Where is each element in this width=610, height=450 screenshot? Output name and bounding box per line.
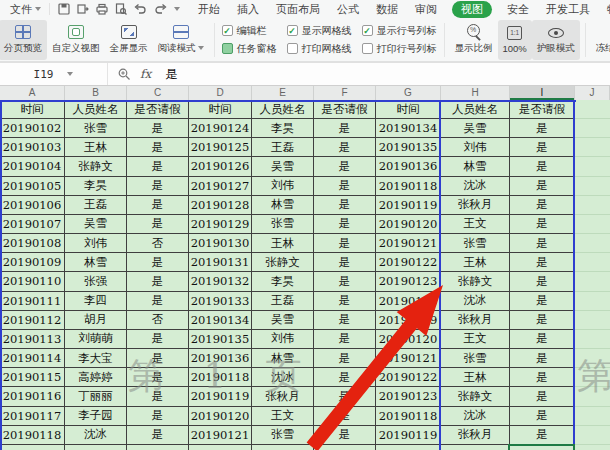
cell[interactable]: 时间 <box>376 100 441 119</box>
cell[interactable]: 是 <box>510 272 575 291</box>
cell[interactable]: 王林 <box>441 253 510 272</box>
cell[interactable]: 吴雪 <box>441 119 510 138</box>
undo-icon[interactable] <box>134 4 147 15</box>
cell[interactable]: 李四 <box>65 292 127 311</box>
cell[interactable] <box>575 445 610 450</box>
cell[interactable]: 20190102 <box>0 119 65 138</box>
cell[interactable]: 20190105 <box>0 177 65 196</box>
cell[interactable]: 20190122 <box>376 253 441 272</box>
cell[interactable]: 是 <box>127 138 189 157</box>
cell[interactable]: 20190123 <box>376 272 441 291</box>
cell[interactable]: 20190118 <box>0 426 65 445</box>
cell[interactable]: 20190121 <box>376 349 441 368</box>
cell[interactable]: 是 <box>314 407 376 426</box>
cell[interactable]: 20190126 <box>189 157 252 176</box>
cell[interactable]: 是 <box>127 426 189 445</box>
cell[interactable]: 王磊 <box>252 138 314 157</box>
checkbox-icon[interactable] <box>222 25 233 36</box>
cell[interactable]: 沈冰 <box>252 368 314 387</box>
cell[interactable]: 是 <box>314 119 376 138</box>
cell[interactable]: 是 <box>314 272 376 291</box>
cell[interactable]: 张秋月 <box>441 311 510 330</box>
cell[interactable]: 20190116 <box>0 387 65 406</box>
cell[interactable]: 是 <box>510 138 575 157</box>
column-header-F[interactable]: F <box>314 86 376 100</box>
自定义视图-button[interactable]: 自定义视图 <box>47 20 105 60</box>
cell[interactable]: 张秋月 <box>252 387 314 406</box>
cell[interactable]: 20190134 <box>376 119 441 138</box>
cell[interactable]: 林雪 <box>252 196 314 215</box>
cell[interactable] <box>575 349 610 368</box>
cell[interactable]: 张强 <box>65 272 127 291</box>
100%-button[interactable]: 100% <box>498 20 532 60</box>
cell[interactable]: 是 <box>510 234 575 253</box>
cell[interactable] <box>575 368 610 387</box>
cell[interactable] <box>575 253 610 272</box>
cell[interactable]: 沈冰 <box>441 177 510 196</box>
cell[interactable]: 20190119 <box>376 196 441 215</box>
cell[interactable]: 是否请假 <box>510 100 575 119</box>
more-dropdown-icon[interactable] <box>174 7 180 11</box>
cell[interactable]: 20190133 <box>189 292 252 311</box>
cell[interactable]: 20190111 <box>0 292 65 311</box>
tab-开始[interactable]: 开始 <box>196 1 222 18</box>
cell[interactable]: 沈冰 <box>441 407 510 426</box>
cell[interactable]: 20190134 <box>189 311 252 330</box>
cell[interactable]: 是 <box>127 119 189 138</box>
tab-公式[interactable]: 公式 <box>335 1 361 18</box>
cell[interactable]: 李大宝 <box>65 349 127 368</box>
阅读模式-button[interactable]: 阅读模式 <box>153 20 209 60</box>
cell[interactable]: 20190112 <box>0 311 65 330</box>
cell[interactable] <box>575 292 610 311</box>
cell[interactable]: 20190124 <box>189 119 252 138</box>
toggle-显示行号列标[interactable]: 显示行号列标 <box>362 24 437 38</box>
cell[interactable]: 是否请假 <box>127 100 189 119</box>
cell[interactable]: 张雪 <box>252 426 314 445</box>
cell[interactable]: 是 <box>314 311 376 330</box>
cell[interactable]: 沈冰 <box>65 426 127 445</box>
cell[interactable]: 20190109 <box>0 253 65 272</box>
cell[interactable]: 否 <box>127 234 189 253</box>
cell[interactable]: 李昊 <box>252 272 314 291</box>
checkbox-icon[interactable] <box>222 43 233 54</box>
全屏显示-button[interactable]: 全屏显示 <box>105 20 153 60</box>
cell[interactable]: 刘伟 <box>252 330 314 349</box>
cell[interactable]: 20190136 <box>376 157 441 176</box>
cell[interactable] <box>314 445 376 450</box>
cell[interactable]: 20190121 <box>376 234 441 253</box>
cell[interactable]: 是 <box>510 349 575 368</box>
cell[interactable]: 20190120 <box>189 407 252 426</box>
redo-icon[interactable] <box>154 4 167 15</box>
cell[interactable]: 20190108 <box>0 234 65 253</box>
cell[interactable]: 是 <box>510 387 575 406</box>
cell[interactable]: 是 <box>510 311 575 330</box>
cell[interactable]: 20190118 <box>376 177 441 196</box>
cell[interactable] <box>127 445 189 450</box>
fx-icon[interactable]: fx <box>140 67 151 81</box>
cell[interactable]: 张雪 <box>441 234 510 253</box>
cell[interactable]: 20190103 <box>0 138 65 157</box>
cell[interactable]: 是 <box>510 426 575 445</box>
cell[interactable]: 张秋月 <box>441 196 510 215</box>
cell[interactable]: 20190121 <box>189 426 252 445</box>
cell[interactable]: 20190123 <box>376 387 441 406</box>
cell[interactable] <box>575 215 610 234</box>
name-box[interactable]: I19 <box>0 63 108 85</box>
cell[interactable]: 20190118 <box>376 407 441 426</box>
cell[interactable] <box>65 445 127 450</box>
cell[interactable]: 是 <box>510 292 575 311</box>
cell[interactable]: 20190128 <box>189 196 252 215</box>
cell[interactable]: 20190115 <box>0 368 65 387</box>
cell[interactable]: 20190110 <box>0 272 65 291</box>
cell[interactable]: 是 <box>510 196 575 215</box>
cell[interactable] <box>575 138 610 157</box>
cell[interactable]: 林雪 <box>65 253 127 272</box>
cell[interactable] <box>252 445 314 450</box>
cell[interactable]: 20190135 <box>376 138 441 157</box>
cell[interactable]: 王林 <box>252 234 314 253</box>
护眼模式-button[interactable]: 护眼模式 <box>532 20 580 60</box>
cell[interactable] <box>575 330 610 349</box>
cell[interactable]: 是 <box>314 292 376 311</box>
cell[interactable] <box>189 445 252 450</box>
toggle-任务窗格[interactable]: 任务窗格 <box>222 42 277 56</box>
